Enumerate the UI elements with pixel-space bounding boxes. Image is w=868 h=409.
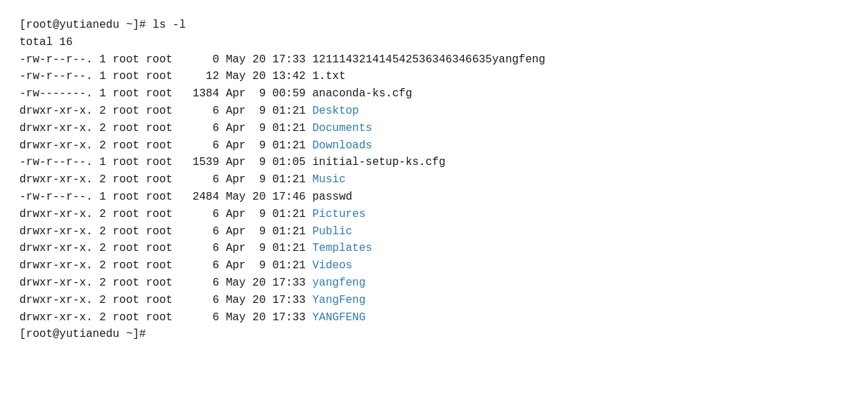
directory-name-yangfeng: yangfeng (312, 277, 365, 289)
directory-name-public: Public (312, 225, 352, 238)
terminal-line-line3: -rw-------. 1 root root 1384 Apr 9 00:59… (19, 85, 849, 103)
directory-name-pictures: Pictures (312, 208, 365, 220)
terminal-line-line10: drwxr-xr-x. 2 root root 6 Apr 9 01:21 Pi… (19, 206, 849, 223)
directory-name-downloads: Downloads (312, 139, 372, 152)
terminal-line-line13: drwxr-xr-x. 2 root root 6 Apr 9 01:21 Vi… (19, 257, 849, 275)
terminal-line-line2: -rw-r--r--. 1 root root 12 May 20 13:42 … (19, 68, 849, 85)
terminal-line-line4: drwxr-xr-x. 2 root root 6 Apr 9 01:21 De… (19, 103, 849, 120)
terminal-line-line16: drwxr-xr-x. 2 root root 6 May 20 17:33 Y… (19, 309, 849, 327)
terminal-line-line5: drwxr-xr-x. 2 root root 6 Apr 9 01:21 Do… (19, 120, 849, 137)
directory-name-desktop: Desktop (312, 105, 358, 117)
command-prompt: [root@yutianedu ~]# ls -l (19, 17, 849, 34)
directory-name-videos: Videos (312, 259, 352, 272)
directory-name-documents: Documents (312, 122, 372, 134)
terminal-line-line11: drwxr-xr-x. 2 root root 6 Apr 9 01:21 Pu… (19, 223, 849, 241)
terminal-line-line6: drwxr-xr-x. 2 root root 6 Apr 9 01:21 Do… (19, 137, 849, 155)
prompt-end: [root@yutianedu ~]# (19, 326, 849, 343)
directory-name-yangfeng: YangFeng (312, 294, 365, 306)
total-line: total 16 (19, 34, 849, 51)
terminal-line-line8: drwxr-xr-x. 2 root root 6 Apr 9 01:21 Mu… (19, 171, 849, 189)
terminal-line-line14: drwxr-xr-x. 2 root root 6 May 20 17:33 y… (19, 275, 849, 292)
terminal-output: -rw-r--r--. 1 root root 0 May 20 17:33 1… (19, 51, 849, 327)
terminal-line-line15: drwxr-xr-x. 2 root root 6 May 20 17:33 Y… (19, 292, 849, 309)
terminal-line-line7: -rw-r--r--. 1 root root 1539 Apr 9 01:05… (19, 154, 849, 171)
directory-name-yangfeng: YANGFENG (312, 311, 365, 324)
directory-name-templates: Templates (312, 242, 372, 254)
terminal-line-line12: drwxr-xr-x. 2 root root 6 Apr 9 01:21 Te… (19, 240, 849, 257)
terminal-line-line9: -rw-r--r--. 1 root root 2484 May 20 17:4… (19, 189, 849, 206)
terminal-line-line1: -rw-r--r--. 1 root root 0 May 20 17:33 1… (19, 51, 849, 69)
directory-name-music: Music (312, 173, 345, 186)
